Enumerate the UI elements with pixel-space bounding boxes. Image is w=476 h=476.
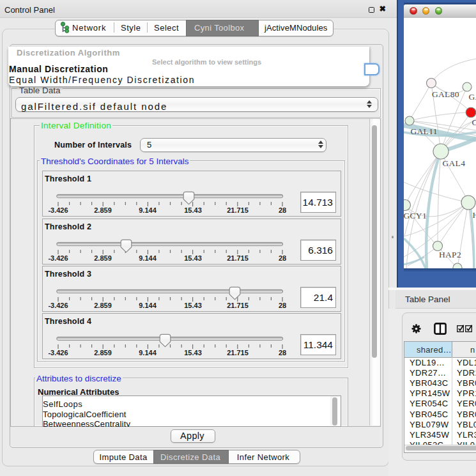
svg-text:C: C xyxy=(472,118,476,127)
svg-text:GA: GA xyxy=(469,92,476,102)
svg-text:GAL80: GAL80 xyxy=(432,89,459,99)
svg-text:GAL11: GAL11 xyxy=(411,127,438,136)
svg-text:H: H xyxy=(473,210,476,220)
svg-text:GCY1: GCY1 xyxy=(404,211,427,220)
svg-text:HAP2: HAP2 xyxy=(439,250,461,259)
svg-text:GAL4: GAL4 xyxy=(443,158,466,168)
